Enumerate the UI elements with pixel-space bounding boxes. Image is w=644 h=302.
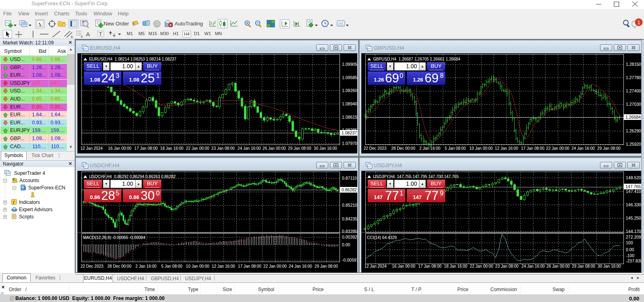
svg-text:1.27400: 1.27400 [626,88,641,93]
svg-text:1.25920: 1.25920 [626,142,641,147]
svg-text:22 Jan 00:00: 22 Jan 00:00 [186,146,209,151]
svg-text:F: F [81,35,83,38]
svg-text:T: T [99,31,102,37]
svg-text:24 Jan 16:00: 24 Jan 16:00 [238,146,261,151]
svg-text:22 Jan 00:00: 22 Jan 00:00 [263,264,287,268]
svg-text:17 Jan 08:00: 17 Jan 08:00 [134,146,158,151]
svg-text:-237.830: -237.830 [626,258,641,263]
svg-text:1.08237: 1.08237 [342,130,357,135]
svg-text:30 Jan 16:00: 30 Jan 16:00 [598,264,621,268]
svg-text:22 Jan 00:00: 22 Jan 00:00 [470,264,493,268]
svg-text:29 Jan 08:00: 29 Jan 08:00 [597,146,621,151]
svg-text:2 Jan 16:00: 2 Jan 16:00 [419,146,441,151]
svg-text:CCI(14) 64.4329: CCI(14) 64.4329 [367,235,397,240]
svg-text:24 Jan 16:00: 24 Jan 16:00 [571,146,595,151]
svg-text:1.26684: 1.26684 [625,115,641,120]
svg-text:MACD(12,26,9) -0.00065 -0.0008: MACD(12,26,9) -0.00065 -0.00084 [83,235,145,240]
svg-text:22 Dec 2023: 22 Dec 2023 [364,146,387,151]
svg-text:147.410: 147.410 [626,189,641,194]
svg-text:23 Jan 08:00: 23 Jan 08:00 [211,146,235,151]
svg-text:29 Jan 08:00: 29 Jan 08:00 [572,264,595,268]
svg-text:1: 1 [637,19,640,25]
svg-text:100: 100 [626,240,633,245]
svg-text:1.08940: 1.08940 [342,101,357,106]
svg-text:GBPUSD,H4 1.26687 1.26705 1.2: GBPUSD,H4 1.26687 1.26705 1.26661 1.2668… [373,57,461,61]
svg-text:10 Jan 00:00: 10 Jan 00:00 [469,146,493,151]
svg-text:17 Jan 08:00: 17 Jan 08:00 [238,264,261,268]
svg-text:30 Jan 16:00: 30 Jan 16:00 [314,146,337,151]
svg-text:-0.00597: -0.00597 [342,258,357,262]
svg-text:1.26290: 1.26290 [626,128,641,133]
svg-text:22 Jan 00:00: 22 Jan 00:00 [546,146,569,151]
svg-text:26 Jan 00:00: 26 Jan 00:00 [263,146,286,151]
svg-text:1.08615: 1.08615 [342,115,357,120]
svg-text:0.00: 0.00 [626,247,634,252]
svg-text:29 Jan 08:00: 29 Jan 08:00 [288,146,311,151]
svg-text:17 Jan 08:00: 17 Jan 08:00 [418,264,442,268]
svg-text:USDCHF,H4 0.86292 0.86294 0.8: USDCHF,H4 0.86292 0.86294 0.86263 0.8628… [89,174,176,179]
svg-text:23 Jan 08:00: 23 Jan 08:00 [495,264,519,268]
svg-text:1.28150: 1.28150 [626,62,641,67]
svg-text:29 Jan 08:00: 29 Jan 08:00 [315,264,338,268]
svg-text:1.27030: 1.27030 [626,102,641,107]
svg-text:0.86282: 0.86282 [342,187,357,192]
svg-text:EURUSD,H4 1.08214 1.08253 1.0: EURUSD,H4 1.08214 1.08253 1.08214 1.0823… [89,57,177,61]
svg-text:0.85210: 0.85210 [342,203,357,208]
svg-text:1.09905: 1.09905 [342,62,357,67]
svg-text:-100: -100 [626,253,634,258]
svg-text:1.07970: 1.07970 [342,141,357,146]
svg-text:17 Jan 08:00: 17 Jan 08:00 [521,146,544,151]
svg-text:10 Jan 00:00: 10 Jan 00:00 [186,264,209,268]
svg-text:0.83285: 0.83285 [342,229,357,234]
svg-text:1.27780: 1.27780 [626,75,641,80]
svg-text:1.09585: 1.09585 [342,75,357,80]
svg-text:28 Dec 00:00: 28 Dec 00:00 [391,146,415,151]
svg-text:USDJPY,H4 147.755 147.795 147: USDJPY,H4 147.755 147.795 147.700 147.76… [373,174,459,179]
svg-text:5 Jan 08:00: 5 Jan 08:00 [161,264,183,268]
svg-text:0.00: 0.00 [342,242,350,247]
svg-text:28 Dec 00:00: 28 Dec 00:00 [107,264,131,268]
svg-text:1.09260: 1.09260 [342,88,357,93]
svg-text:0.84235: 0.84235 [342,216,357,221]
svg-text:146.330: 146.330 [626,202,641,207]
svg-text:0.87110: 0.87110 [342,176,357,180]
svg-text:0.00392: 0.00392 [342,235,357,239]
svg-text:5 Jan 08:00: 5 Jan 08:00 [445,146,466,151]
svg-text:18 Jan 16:00: 18 Jan 16:00 [160,146,183,151]
svg-text:144.170: 144.170 [626,229,641,234]
svg-text:12 Jan 2024: 12 Jan 2024 [364,264,386,268]
svg-text:12 Jan 2024: 12 Jan 2024 [80,146,102,151]
svg-text:24 Jan 16:00: 24 Jan 16:00 [521,264,545,268]
svg-text:26 Jan 00:00: 26 Jan 00:00 [546,264,570,268]
svg-text:12 Jan 16:00: 12 Jan 16:00 [495,146,518,151]
svg-text:272.2092: 272.2092 [626,235,641,239]
svg-text:147.765: 147.765 [625,184,641,189]
svg-text:16 Jan 00:00: 16 Jan 00:00 [108,146,131,151]
svg-text:2 Jan 16:00: 2 Jan 16:00 [135,264,157,268]
svg-text:16 Jan 00:00: 16 Jan 00:00 [392,264,415,268]
svg-text:12 Jan 16:00: 12 Jan 16:00 [212,264,235,268]
svg-text:E: E [71,35,73,38]
svg-text:18 Jan 16:00: 18 Jan 16:00 [444,264,467,268]
svg-text:148.520: 148.520 [626,175,641,180]
svg-text:22 Dec 2023: 22 Dec 2023 [81,264,104,268]
svg-text:145.250: 145.250 [626,216,641,220]
svg-text:24 Jan 16:00: 24 Jan 16:00 [289,264,312,268]
